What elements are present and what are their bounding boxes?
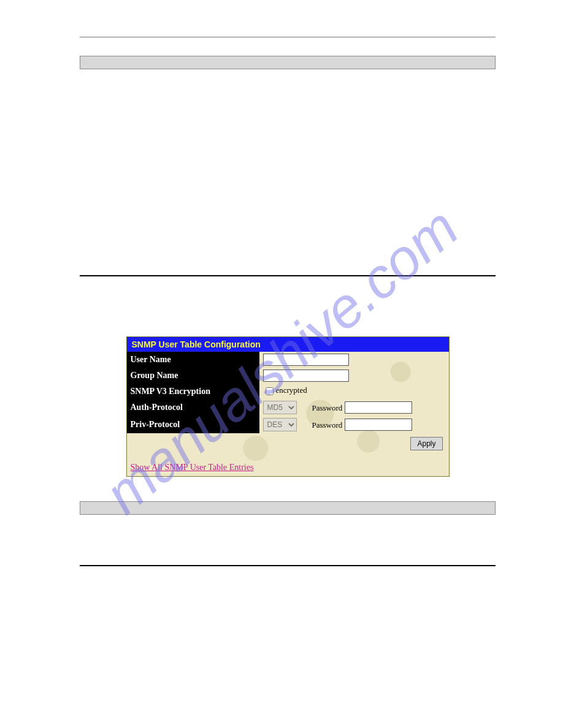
row-group-name: Group Name bbox=[127, 368, 449, 384]
config-table: User Name Group Name SNMP V3 Encryption … bbox=[127, 352, 449, 433]
user-name-input[interactable] bbox=[263, 354, 349, 366]
footer-thick-rule bbox=[80, 565, 496, 566]
label-group-name: Group Name bbox=[127, 368, 259, 384]
lower-grey-bar bbox=[80, 501, 496, 515]
gap-before-panel bbox=[80, 294, 496, 336]
priv-protocol-select[interactable]: DES bbox=[263, 418, 297, 431]
show-all-entries-link[interactable]: Show All SNMP User Table Entries bbox=[131, 463, 254, 472]
upper-grey-bar bbox=[80, 56, 496, 69]
row-auth-protocol: Auth-Protocol MD5 Password bbox=[127, 399, 449, 416]
encrypted-checkbox[interactable] bbox=[266, 387, 274, 395]
priv-password-label: Password bbox=[312, 420, 343, 430]
body-text-block bbox=[80, 77, 496, 260]
row-user-name: User Name bbox=[127, 352, 449, 368]
row-v3-encryption: SNMP V3 Encryption encrypted bbox=[127, 384, 449, 399]
mid-thick-rule bbox=[80, 275, 496, 276]
label-user-name: User Name bbox=[127, 352, 259, 368]
auth-password-label: Password bbox=[312, 403, 343, 412]
label-auth-protocol: Auth-Protocol bbox=[127, 399, 259, 416]
page-container: SNMP User Table Configuration User Name … bbox=[0, 0, 563, 614]
row-priv-protocol: Priv-Protocol DES Password bbox=[127, 416, 449, 433]
auth-protocol-select[interactable]: MD5 bbox=[263, 401, 297, 414]
label-priv-protocol: Priv-Protocol bbox=[127, 416, 259, 433]
apply-button[interactable]: Apply bbox=[410, 437, 442, 450]
top-thin-rule bbox=[80, 37, 496, 37]
link-row: Show All SNMP User Table Entries bbox=[127, 452, 449, 476]
footer-gap bbox=[80, 515, 496, 558]
snmp-config-panel: SNMP User Table Configuration User Name … bbox=[126, 336, 450, 477]
group-name-input[interactable] bbox=[263, 370, 349, 382]
encrypted-label: encrypted bbox=[276, 385, 307, 395]
panel-title: SNMP User Table Configuration bbox=[127, 337, 449, 352]
auth-password-input[interactable] bbox=[345, 401, 412, 414]
priv-password-input[interactable] bbox=[345, 419, 412, 431]
apply-row: Apply bbox=[127, 433, 449, 452]
label-v3-encryption: SNMP V3 Encryption bbox=[127, 384, 259, 399]
footer-area bbox=[80, 501, 496, 566]
